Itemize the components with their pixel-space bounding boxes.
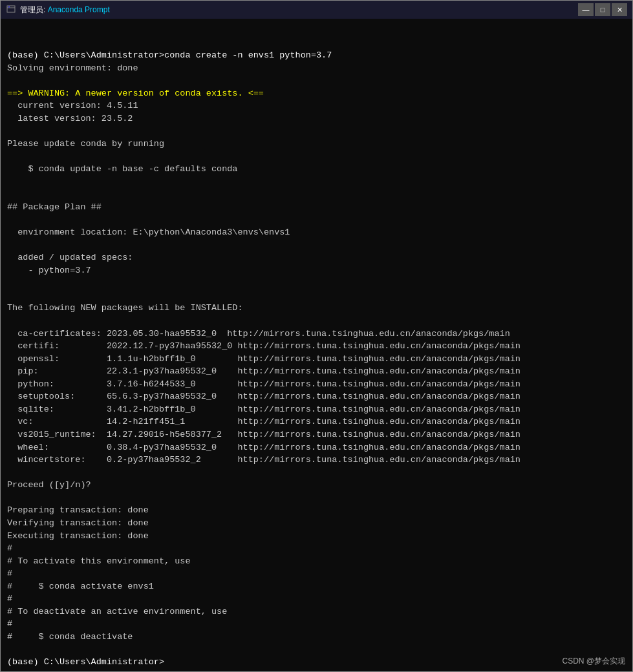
terminal-line	[7, 188, 626, 201]
watermark: CSDN @梦会实现	[562, 656, 625, 667]
terminal-window: 管理员: Anaconda Prompt — □ ✕ (base) C:\Use…	[0, 0, 633, 672]
terminal-line	[7, 467, 626, 479]
terminal-icon	[6, 5, 16, 15]
title-bar-left: 管理员: Anaconda Prompt	[6, 5, 110, 16]
svg-rect-2	[8, 6, 10, 8]
terminal-line: wheel: 0.38.4-py37haa95532_0 http://mirr…	[7, 441, 626, 454]
terminal-line: python: 3.7.16-h6244533_0 http://mirrors…	[7, 378, 626, 391]
terminal-line: Proceed ([y]/n)?	[7, 479, 626, 492]
terminal-output[interactable]: (base) C:\Users\Administrator>conda crea…	[1, 19, 632, 671]
terminal-line: # $ conda activate envs1	[7, 580, 626, 593]
terminal-line: #	[7, 567, 626, 580]
svg-rect-0	[7, 6, 15, 12]
close-button[interactable]: ✕	[612, 3, 627, 16]
terminal-line: sqlite: 3.41.2-h2bbff1b_0 http://mirrors…	[7, 403, 626, 416]
terminal-line	[7, 669, 626, 671]
title-bar-controls: — □ ✕	[578, 3, 627, 16]
terminal-line: #	[7, 593, 626, 605]
terminal-line: added / updated specs:	[7, 251, 626, 264]
terminal-line: vc: 14.2-h21ff451_1 http://mirrors.tuna.…	[7, 415, 626, 428]
title-bar-text: 管理员: Anaconda Prompt	[20, 5, 110, 16]
terminal-line	[7, 151, 626, 163]
terminal-line: - python=3.7	[7, 264, 626, 277]
terminal-line	[7, 125, 626, 138]
terminal-line: Verifying transaction: done	[7, 517, 626, 530]
terminal-line: # To activate this environment, use	[7, 555, 626, 568]
title-bar: 管理员: Anaconda Prompt — □ ✕	[1, 1, 632, 19]
terminal-line: ==> WARNING: A newer version of conda ex…	[7, 87, 626, 100]
terminal-line	[7, 289, 626, 302]
terminal-line: Solving environment: done	[7, 62, 626, 75]
terminal-line: # To deactivate an active environment, u…	[7, 605, 626, 618]
terminal-line: (base) C:\Users\Administrator>	[7, 656, 626, 669]
terminal-line: ## Package Plan ##	[7, 201, 626, 214]
terminal-line: $ conda update -n base -c defaults conda	[7, 163, 626, 176]
terminal-line: ca-certificates: 2023.05.30-haa95532_0 h…	[7, 328, 626, 341]
terminal-line: (base) C:\Users\Administrator>conda crea…	[7, 49, 626, 62]
terminal-line: pip: 22.3.1-py37haa95532_0 http://mirror…	[7, 365, 626, 378]
terminal-line: Preparing transaction: done	[7, 504, 626, 517]
terminal-line: setuptools: 65.6.3-py37haa95532_0 http:/…	[7, 390, 626, 403]
maximize-button[interactable]: □	[595, 3, 610, 16]
terminal-line	[7, 492, 626, 505]
terminal-line: wincertstore: 0.2-py37haa95532_2 http://…	[7, 454, 626, 467]
terminal-line: #	[7, 542, 626, 555]
terminal-line	[7, 277, 626, 289]
terminal-line	[7, 239, 626, 252]
terminal-line: environment location: E:\python\Anaconda…	[7, 226, 626, 239]
terminal-line: Please update conda by running	[7, 138, 626, 151]
terminal-line	[7, 644, 626, 656]
terminal-line	[7, 74, 626, 87]
minimize-button[interactable]: —	[578, 3, 594, 16]
terminal-line: # $ conda deactivate	[7, 631, 626, 644]
terminal-line: certifi: 2022.12.7-py37haa95532_0 http:/…	[7, 340, 626, 353]
terminal-line	[7, 315, 626, 328]
terminal-line: #	[7, 618, 626, 631]
terminal-line: vs2015_runtime: 14.27.29016-h5e58377_2 h…	[7, 428, 626, 441]
terminal-line: latest version: 23.5.2	[7, 112, 626, 125]
terminal-line: openssl: 1.1.1u-h2bbff1b_0 http://mirror…	[7, 353, 626, 366]
terminal-line: Executing transaction: done	[7, 530, 626, 543]
terminal-line	[7, 176, 626, 189]
terminal-line	[7, 213, 626, 226]
terminal-line: current version: 4.5.11	[7, 100, 626, 112]
terminal-line: The following NEW packages will be INSTA…	[7, 302, 626, 315]
